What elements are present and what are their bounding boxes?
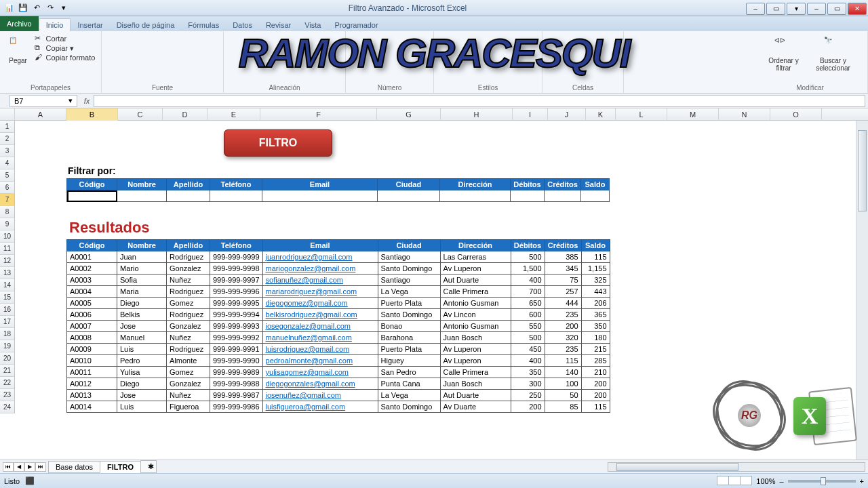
table-cell[interactable]: 50 bbox=[545, 390, 581, 401]
table-cell[interactable]: luisfigueroa@gmail.com bbox=[262, 401, 378, 413]
table-cell[interactable]: pedroalmonte@gmail.com bbox=[262, 355, 378, 367]
table-cell[interactable]: A0005 bbox=[67, 298, 117, 309]
row-header-10[interactable]: 10 bbox=[0, 230, 15, 243]
table-cell[interactable]: 400 bbox=[511, 274, 545, 286]
table-cell[interactable]: josegonzalez@gmail.com bbox=[262, 321, 378, 332]
table-cell[interactable]: Pedro bbox=[117, 355, 167, 367]
table-cell[interactable]: 999-999-9993 bbox=[210, 321, 263, 332]
table-cell[interactable]: 999-999-9994 bbox=[210, 309, 263, 321]
table-cell[interactable]: A0001 bbox=[67, 251, 117, 263]
table-cell[interactable]: Santiago bbox=[378, 274, 440, 286]
table-cell[interactable]: A0008 bbox=[67, 332, 117, 344]
table-cell[interactable]: Juan Bosch bbox=[440, 332, 511, 344]
table-cell[interactable]: 999-999-9988 bbox=[210, 378, 263, 390]
table-cell[interactable]: 200 bbox=[511, 401, 545, 413]
row-header-6[interactable]: 6 bbox=[0, 182, 15, 194]
table-cell[interactable]: 115 bbox=[581, 401, 610, 413]
table-cell[interactable]: juanrodriguez@gmail.com bbox=[262, 251, 378, 263]
tab-inicio[interactable]: Inicio bbox=[39, 18, 71, 31]
row-header-20[interactable]: 20 bbox=[0, 352, 15, 365]
tab-revisar[interactable]: Revisar bbox=[259, 19, 298, 31]
table-cell[interactable]: Santo Domingo bbox=[378, 263, 440, 274]
table-cell[interactable]: Gomez bbox=[167, 298, 210, 309]
col-header-I[interactable]: I bbox=[513, 108, 548, 120]
table-cell[interactable]: 999-999-9991 bbox=[210, 344, 263, 355]
zoom-slider[interactable] bbox=[788, 480, 856, 483]
table-cell[interactable]: La Vega bbox=[378, 390, 440, 401]
minimize-ribbon-button[interactable]: ▾ bbox=[787, 3, 806, 15]
table-cell[interactable]: Rodriguez bbox=[167, 286, 210, 298]
table-cell[interactable]: Nuñez bbox=[167, 332, 210, 344]
table-cell[interactable]: 1,155 bbox=[581, 263, 610, 274]
table-cell[interactable]: 200 bbox=[581, 378, 610, 390]
tab-formulas[interactable]: Fórmulas bbox=[181, 19, 226, 31]
table-cell[interactable]: Av Luperon bbox=[440, 263, 511, 274]
window-minimize-button[interactable]: – bbox=[807, 3, 826, 15]
col-header-E[interactable]: E bbox=[208, 108, 260, 120]
col-header-F[interactable]: F bbox=[260, 108, 377, 120]
email-link[interactable]: manuelnuñez@gmail.com bbox=[266, 333, 352, 342]
table-cell[interactable]: Av Luperon bbox=[440, 355, 511, 367]
table-cell[interactable]: Gomez bbox=[167, 367, 210, 378]
email-link[interactable]: mariarodriguez@gmail.com bbox=[266, 287, 357, 296]
row-header-13[interactable]: 13 bbox=[0, 267, 15, 279]
table-cell[interactable]: A0009 bbox=[67, 344, 117, 355]
table-cell[interactable]: Maria bbox=[117, 286, 167, 298]
table-cell[interactable]: diegogomez@gmail.com bbox=[262, 298, 378, 309]
col-header-D[interactable]: D bbox=[163, 108, 208, 120]
table-cell[interactable]: Punta Cana bbox=[378, 378, 440, 390]
table-cell[interactable]: Higuey bbox=[378, 355, 440, 367]
table-cell[interactable]: La Vega bbox=[378, 286, 440, 298]
table-cell[interactable]: Rodriguez bbox=[167, 309, 210, 321]
table-cell[interactable]: A0011 bbox=[67, 367, 117, 378]
qat-save-icon[interactable]: 💾 bbox=[18, 3, 28, 14]
table-cell[interactable]: Jose bbox=[117, 390, 167, 401]
sheet-tab-basedatos[interactable]: Base datos bbox=[48, 461, 100, 473]
table-cell[interactable]: Bonao bbox=[378, 321, 440, 332]
table-cell[interactable]: mariogonzalez@gmail.com bbox=[262, 263, 378, 274]
table-cell[interactable]: 700 bbox=[511, 286, 545, 298]
row-header-22[interactable]: 22 bbox=[0, 377, 15, 389]
hscroll-thumb[interactable] bbox=[616, 463, 738, 471]
col-header-B-selected[interactable]: B bbox=[66, 108, 118, 121]
table-cell[interactable]: Juan bbox=[117, 251, 167, 263]
col-header-G[interactable]: G bbox=[377, 108, 441, 120]
copy-button[interactable]: ⧉Copiar ▾ bbox=[35, 43, 96, 53]
table-cell[interactable]: Luis bbox=[117, 344, 167, 355]
table-cell[interactable]: 999-999-9997 bbox=[210, 274, 263, 286]
window-maximize-button[interactable]: ▭ bbox=[827, 3, 846, 15]
table-cell[interactable]: belkisrodriguez@gmail.com bbox=[262, 309, 378, 321]
table-cell[interactable]: 999-999-9996 bbox=[210, 286, 263, 298]
table-cell[interactable]: Gonzalez bbox=[167, 378, 210, 390]
col-header-A[interactable]: A bbox=[15, 108, 66, 120]
table-cell[interactable]: Manuel bbox=[117, 332, 167, 344]
table-cell[interactable]: 450 bbox=[511, 344, 545, 355]
col-header-C[interactable]: C bbox=[118, 108, 163, 120]
restore-button[interactable]: ▭ bbox=[766, 3, 785, 15]
paste-button[interactable]: 📋 Pegar bbox=[6, 34, 31, 83]
table-cell[interactable]: 600 bbox=[511, 309, 545, 321]
table-cell[interactable]: 365 bbox=[581, 309, 610, 321]
row-header-5[interactable]: 5 bbox=[0, 169, 15, 182]
table-cell[interactable]: Luis bbox=[117, 401, 167, 413]
table-cell[interactable]: 235 bbox=[545, 309, 581, 321]
row-header-24[interactable]: 24 bbox=[0, 401, 15, 413]
table-cell[interactable]: 140 bbox=[545, 367, 581, 378]
table-cell[interactable]: 300 bbox=[511, 378, 545, 390]
email-link[interactable]: pedroalmonte@gmail.com bbox=[266, 357, 353, 365]
tab-programador[interactable]: Programador bbox=[328, 19, 384, 31]
table-cell[interactable]: 500 bbox=[511, 332, 545, 344]
formula-input[interactable] bbox=[94, 95, 865, 107]
col-header-L[interactable]: L bbox=[616, 108, 667, 120]
table-cell[interactable]: manuelnuñez@gmail.com bbox=[262, 332, 378, 344]
fx-icon[interactable]: fx bbox=[80, 97, 94, 105]
col-header-N[interactable]: N bbox=[719, 108, 770, 120]
table-cell[interactable]: Nuñez bbox=[167, 274, 210, 286]
email-link[interactable]: yulisagomez@gmail.com bbox=[266, 368, 349, 376]
file-tab[interactable]: Archivo bbox=[0, 16, 39, 31]
table-cell[interactable]: josenuñez@gmail.com bbox=[262, 390, 378, 401]
table-cell[interactable]: A0003 bbox=[67, 274, 117, 286]
sort-filter-button[interactable]: ᐊᐅ Ordenar y filtrar bbox=[764, 34, 804, 83]
email-link[interactable]: juanrodriguez@gmail.com bbox=[266, 253, 353, 261]
row-header-8[interactable]: 8 bbox=[0, 206, 15, 218]
